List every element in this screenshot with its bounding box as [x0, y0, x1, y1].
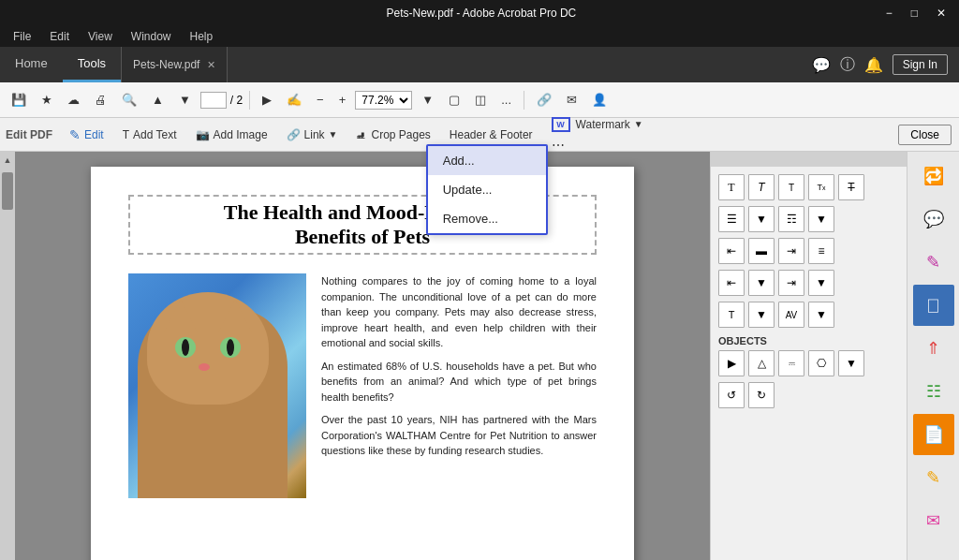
- page-number-input[interactable]: 1: [200, 92, 227, 109]
- align-center-button[interactable]: ▬: [748, 238, 775, 264]
- text-color-dropdown[interactable]: ▼: [748, 302, 775, 328]
- zoom-out-magnify-button[interactable]: 🔍: [116, 89, 142, 111]
- numbered-list-dropdown-button[interactable]: ▼: [808, 206, 834, 232]
- text-color-button[interactable]: T: [718, 302, 745, 328]
- hand-tool-button[interactable]: ✍: [281, 89, 307, 111]
- crop-icon: ⛸: [356, 128, 367, 141]
- header-footer-button[interactable]: Header & Footer: [442, 125, 540, 144]
- pdf-content: Nothing compares to the joy of coming ho…: [128, 273, 597, 498]
- text-italic-button[interactable]: T: [748, 174, 775, 200]
- rotate-cw-button[interactable]: ↻: [748, 382, 775, 408]
- arrange-button[interactable]: ⎓: [778, 350, 804, 376]
- flip-button[interactable]: ⎔: [808, 350, 834, 376]
- indent-decrease-button[interactable]: ⇤: [718, 270, 745, 296]
- align-right-button[interactable]: ⇥: [778, 238, 804, 264]
- pdf-paragraph-2: An estimated 68% of U.S. households have…: [321, 359, 597, 405]
- object-tools-row1: ▶ △ ⎓ ⎔ ▼: [718, 350, 899, 376]
- char-spacing-dropdown[interactable]: ▼: [808, 302, 834, 328]
- zoom-in-button[interactable]: +: [333, 89, 352, 111]
- menu-window[interactable]: Window: [124, 28, 179, 45]
- cat-nose: [199, 363, 210, 371]
- nav-tabs: Home Tools Pets-New.pdf ✕ 💬 ⓘ 🔔 Sign In: [0, 47, 959, 82]
- watermark-button[interactable]: W Watermark ▼: [544, 114, 651, 135]
- fill-sign-icon-button[interactable]: ✎: [913, 242, 954, 283]
- fit-page-button[interactable]: ▢: [443, 89, 465, 111]
- bookmark-button[interactable]: ★: [36, 89, 58, 111]
- tab-home[interactable]: Home: [0, 47, 63, 82]
- close-button[interactable]: ✕: [931, 5, 952, 22]
- close-file-tab-button[interactable]: ✕: [207, 59, 215, 71]
- fill-sign2-icon-button[interactable]: ✎: [913, 457, 954, 498]
- text-small-button[interactable]: T: [778, 174, 804, 200]
- indent-increase-button[interactable]: ⇥: [778, 270, 804, 296]
- pdf-pet-image: [128, 273, 306, 498]
- tab-tools[interactable]: Tools: [63, 47, 121, 82]
- object-more-button[interactable]: ▼: [838, 350, 864, 376]
- text-serif-button[interactable]: T: [718, 174, 745, 200]
- bullet-list-button[interactable]: ☰: [718, 206, 745, 232]
- edit-button[interactable]: ✎ Edit: [62, 125, 111, 145]
- prev-page-button[interactable]: ▲: [146, 89, 170, 111]
- share-icon-button[interactable]: 🔁: [913, 155, 954, 197]
- link-button[interactable]: 🔗 Link ▼: [279, 125, 346, 144]
- menu-help[interactable]: Help: [183, 28, 221, 45]
- triangle-button[interactable]: △: [748, 350, 775, 376]
- top-scroll-bar[interactable]: [711, 152, 907, 167]
- left-scroll-bar[interactable]: ▲ ▼: [0, 152, 15, 560]
- watermark-update-item[interactable]: Update...: [428, 175, 546, 204]
- menu-view[interactable]: View: [81, 28, 120, 45]
- scrolling-mode-button[interactable]: ◫: [469, 89, 492, 111]
- notifications-icon[interactable]: 🔔: [864, 56, 883, 74]
- scroll-thumb[interactable]: [2, 172, 13, 210]
- numbered-list-button[interactable]: ☶: [778, 206, 804, 232]
- comment-icon-button[interactable]: 💬: [913, 199, 954, 240]
- close-edit-button[interactable]: Close: [898, 125, 952, 145]
- select-tool-button[interactable]: ▶: [257, 89, 277, 111]
- create-pdf-icon-button[interactable]: 📄: [913, 414, 954, 455]
- menu-edit[interactable]: Edit: [42, 28, 77, 45]
- add-text-button[interactable]: T Add Text: [115, 125, 184, 144]
- chat-icon[interactable]: 💬: [812, 56, 831, 74]
- align-justify-button[interactable]: ≡: [808, 238, 834, 264]
- indent-dropdown-button[interactable]: ▼: [748, 270, 775, 296]
- menu-file[interactable]: File: [6, 28, 38, 45]
- cat-eye-right: [220, 337, 241, 358]
- scroll-up-arrow[interactable]: ▲: [4, 155, 12, 165]
- menu-bar: File Edit View Window Help: [0, 26, 959, 47]
- more-tools-button[interactable]: ...: [495, 89, 517, 111]
- send-button[interactable]: ✉: [913, 500, 954, 541]
- list-style-row: ☰ ▼ ☶ ▼: [718, 206, 899, 232]
- share2-icon[interactable]: 🔗: [531, 89, 557, 111]
- edit-pdf-icon-button[interactable]: ⎕: [913, 285, 954, 326]
- minimize-button[interactable]: −: [880, 5, 898, 22]
- text-strikethrough-button[interactable]: T: [838, 174, 864, 200]
- tab-file[interactable]: Pets-New.pdf ✕: [121, 47, 228, 82]
- export-pdf-icon-button[interactable]: ⇑: [913, 328, 954, 369]
- maximize-button[interactable]: □: [906, 5, 923, 22]
- save-button[interactable]: 💾: [6, 89, 32, 111]
- indent-more-dropdown-button[interactable]: ▼: [808, 270, 834, 296]
- watermark-add-item[interactable]: Add...: [428, 146, 546, 175]
- zoom-out-button[interactable]: −: [311, 89, 330, 111]
- upload-button[interactable]: ☁: [62, 89, 85, 111]
- help-icon[interactable]: ⓘ: [840, 55, 855, 75]
- add-user-icon[interactable]: 👤: [586, 89, 612, 111]
- organize-pages-icon-button[interactable]: ☷: [913, 371, 954, 412]
- email-icon[interactable]: ✉: [561, 89, 583, 111]
- next-page-button[interactable]: ▼: [173, 89, 197, 111]
- play-button[interactable]: ▶: [718, 350, 745, 376]
- rotate-ccw-button[interactable]: ↺: [718, 382, 745, 408]
- text-superscript-button[interactable]: Tx: [808, 174, 834, 200]
- watermark-dropdown-arrow: ▼: [634, 119, 643, 129]
- zoom-dropdown-button[interactable]: ▼: [416, 89, 439, 111]
- link-dropdown-icon: ▼: [329, 129, 338, 140]
- watermark-remove-item[interactable]: Remove...: [428, 204, 546, 233]
- align-left-button[interactable]: ⇤: [718, 238, 745, 264]
- zoom-select[interactable]: 77.2% 50% 75% 100% 125% 150%: [355, 91, 412, 110]
- crop-pages-button[interactable]: ⛸ Crop Pages: [348, 125, 437, 144]
- print-button[interactable]: 🖨: [89, 89, 112, 111]
- char-spacing-button[interactable]: AV: [778, 302, 804, 328]
- sign-in-button[interactable]: Sign In: [893, 54, 948, 75]
- add-image-button[interactable]: 📷 Add Image: [188, 125, 275, 144]
- bullet-list-dropdown-button[interactable]: ▼: [748, 206, 775, 232]
